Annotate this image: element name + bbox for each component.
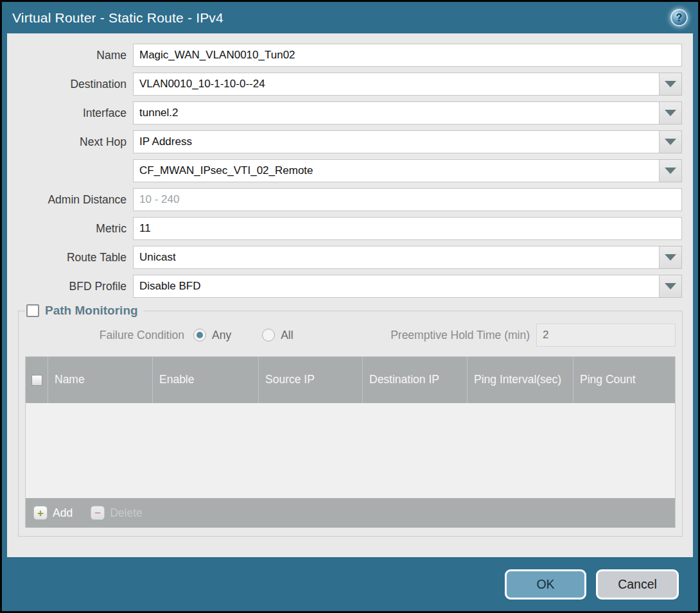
metric-label: Metric (7, 222, 133, 236)
static-route-dialog: Virtual Router - Static Route - IPv4 ? N… (0, 0, 700, 613)
bfd-profile-label: BFD Profile (7, 280, 133, 293)
admin-distance-label: Admin Distance (7, 193, 133, 207)
radio-all[interactable] (262, 329, 275, 341)
form-row-name: Name (7, 44, 682, 67)
interface-input[interactable] (133, 101, 660, 125)
destination-input[interactable] (133, 73, 660, 96)
next-hop-address-dropdown-button[interactable] (660, 159, 682, 182)
chevron-down-icon (665, 254, 676, 261)
ok-button[interactable]: OK (505, 569, 586, 600)
chevron-down-icon (665, 283, 676, 289)
interface-dropdown-button[interactable] (660, 101, 682, 125)
preemptive-hold-time-label: Preemptive Hold Time (min) (390, 329, 530, 342)
path-monitoring-section: Path Monitoring Failure Condition Any Al… (18, 304, 683, 537)
select-all-checkbox[interactable] (31, 375, 42, 386)
cancel-button[interactable]: Cancel (596, 569, 679, 600)
next-hop-label: Next Hop (7, 135, 133, 149)
dialog-titlebar: Virtual Router - Static Route - IPv4 ? (2, 2, 698, 33)
chevron-down-icon (665, 168, 676, 174)
form-row-admin-distance: Admin Distance (7, 188, 682, 211)
add-button-label: Add (53, 506, 73, 520)
name-label: Name (7, 49, 133, 62)
form-row-next-hop: Next Hop (7, 130, 682, 153)
path-monitoring-title: Path Monitoring (45, 304, 138, 318)
radio-any-label: Any (212, 329, 231, 342)
table-body-empty (26, 403, 675, 498)
route-table-label: Route Table (7, 251, 133, 264)
bfd-profile-input[interactable] (133, 275, 660, 298)
route-table-dropdown-button[interactable] (660, 246, 682, 269)
chevron-down-icon (665, 110, 676, 116)
column-header-ping-count[interactable]: Ping Count (573, 357, 675, 403)
path-monitoring-table: Name Enable Source IP Destination IP Pin… (25, 356, 676, 528)
delete-button-label: Delete (110, 506, 143, 520)
dialog-content: Name Destination Interface Next Hop (7, 33, 693, 557)
column-header-name[interactable]: Name (48, 357, 153, 403)
destination-dropdown-button[interactable] (660, 73, 682, 96)
admin-distance-input[interactable] (133, 188, 682, 211)
dialog-footer: OK Cancel (2, 557, 698, 611)
next-hop-type-input[interactable] (133, 130, 660, 153)
form-row-destination: Destination (7, 73, 682, 96)
bfd-profile-dropdown-button[interactable] (660, 275, 682, 298)
dialog-title: Virtual Router - Static Route - IPv4 (12, 10, 670, 26)
minus-icon: − (91, 506, 105, 520)
delete-button[interactable]: − Delete (91, 506, 143, 520)
table-footer-toolbar: + Add − Delete (26, 498, 675, 528)
table-header-checkbox-cell (26, 357, 48, 403)
destination-label: Destination (7, 78, 133, 91)
failure-condition-row: Failure Condition Any All Preemptive Hol… (25, 323, 676, 347)
radio-any[interactable] (193, 329, 206, 341)
route-table-input[interactable] (133, 246, 660, 269)
radio-all-label: All (281, 329, 293, 342)
failure-condition-any-option: Any (193, 329, 231, 342)
help-icon[interactable]: ? (670, 9, 688, 26)
name-input[interactable] (133, 44, 682, 67)
preemptive-hold-time-input[interactable] (536, 324, 676, 347)
next-hop-dropdown-button[interactable] (660, 130, 682, 153)
table-header-row: Name Enable Source IP Destination IP Pin… (26, 357, 675, 403)
column-header-ping-interval[interactable]: Ping Interval(sec) (468, 357, 573, 403)
add-button[interactable]: + Add (33, 506, 73, 520)
metric-input[interactable] (133, 217, 682, 240)
form-row-metric: Metric (7, 217, 682, 240)
interface-label: Interface (7, 107, 133, 120)
column-header-source-ip[interactable]: Source IP (259, 357, 363, 403)
form-row-route-table: Route Table (7, 246, 682, 269)
next-hop-address-input[interactable] (133, 159, 660, 182)
path-monitoring-legend: Path Monitoring (25, 304, 143, 318)
plus-icon: + (33, 506, 48, 520)
failure-condition-all-option: All (262, 329, 293, 342)
form-row-interface: Interface (7, 101, 682, 125)
chevron-down-icon (665, 81, 676, 87)
form-row-next-hop-address (7, 159, 682, 182)
form-row-bfd-profile: BFD Profile (7, 275, 682, 298)
column-header-destination-ip[interactable]: Destination IP (363, 357, 468, 403)
chevron-down-icon (665, 139, 676, 145)
path-monitoring-checkbox[interactable] (26, 304, 39, 317)
failure-condition-label: Failure Condition (25, 329, 193, 342)
column-header-enable[interactable]: Enable (153, 357, 259, 403)
